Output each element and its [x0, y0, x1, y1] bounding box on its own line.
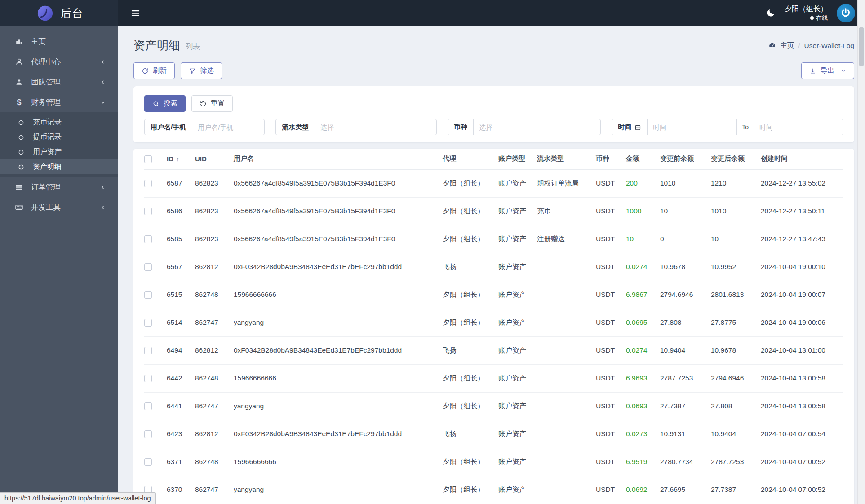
cell-currency: USDT: [596, 420, 626, 448]
cell-id: 6515: [167, 281, 195, 309]
circle-icon: [18, 149, 24, 155]
column-header-id[interactable]: ID↑: [167, 149, 195, 169]
table-row: 6441862747yangyang夕阳（组长）账户资产USDT0.069327…: [144, 392, 843, 420]
cell-uid: 862823: [195, 169, 234, 197]
export-button[interactable]: 导出: [801, 62, 854, 79]
sidebar-item-label: 财务管理: [31, 97, 100, 107]
app-window: 后台 主页代理中心团队管理$财务管理充币记录提币记录用户资产资产明细订单管理开发…: [0, 0, 857, 504]
search-button-label: 搜索: [164, 99, 177, 108]
cell-amount: 6.9693: [626, 364, 660, 392]
sidebar-item-finance-management[interactable]: $财务管理: [0, 92, 118, 112]
column-header-label: 金额: [626, 155, 639, 162]
row-checkbox[interactable]: [144, 458, 152, 466]
flow-type-filter-label: 流水类型: [276, 119, 315, 135]
cell-created-at: 2024-10-04 19:00:06: [761, 309, 843, 336]
sidebar-item-agent-center[interactable]: 代理中心: [0, 52, 118, 72]
cell-agent: 夕阳（组长）: [443, 364, 498, 392]
sidebar-toggle-hamburger-icon[interactable]: [130, 8, 141, 18]
row-checkbox-cell: [144, 392, 167, 420]
sidebar-item-label: 提币记录: [33, 133, 62, 142]
app-title: 后台: [60, 6, 84, 21]
table-row: 64948628120xF0342B28d0bA9B34843EeEd31E7b…: [144, 336, 843, 364]
app-logo[interactable]: 后台: [0, 0, 118, 26]
cell-balance-before: 0: [660, 225, 711, 253]
time-end-input[interactable]: [754, 119, 843, 135]
cell-created-at: 2024-10-04 07:00:52: [761, 476, 843, 504]
cell-balance-after: 2801.6813: [711, 281, 761, 309]
column-header-label: 创建时间: [761, 155, 788, 162]
chevron-down-icon: [840, 68, 846, 74]
sidebar-item-team-management[interactable]: 团队管理: [0, 72, 118, 92]
cell-id: 6423: [167, 420, 195, 448]
cell-agent: 夕阳（组长）: [443, 225, 498, 253]
row-checkbox-cell: [144, 225, 167, 253]
sidebar-item-withdraw-records[interactable]: 提币记录: [0, 130, 118, 145]
row-checkbox[interactable]: [144, 291, 152, 299]
row-checkbox[interactable]: [144, 235, 152, 243]
cell-id: 6514: [167, 309, 195, 336]
cell-username: yangyang: [234, 392, 443, 420]
sidebar-item-user-assets[interactable]: 用户资产: [0, 145, 118, 159]
cell-username: 15966666666: [234, 281, 443, 309]
cell-created-at: 2024-10-04 07:00:52: [761, 448, 843, 476]
cell-account-type: 账户资产: [498, 336, 537, 364]
row-checkbox[interactable]: [144, 347, 152, 354]
cell-uid: 862812: [195, 420, 234, 448]
vertical-scrollbar[interactable]: [857, 0, 865, 504]
username-input[interactable]: [192, 119, 264, 135]
cell-agent: 夕阳（组长）: [443, 476, 498, 504]
download-icon: [809, 67, 816, 75]
scrollbar-thumb[interactable]: [859, 27, 864, 66]
circle-icon: [18, 164, 24, 170]
cell-uid: 862748: [195, 448, 234, 476]
dollar-icon: $: [15, 98, 23, 106]
cell-account-type: 账户资产: [498, 281, 537, 309]
cell-uid: 862747: [195, 392, 234, 420]
row-checkbox[interactable]: [144, 263, 152, 271]
cell-balance-before: 27.7387: [660, 392, 711, 420]
cell-account-type: 账户资产: [498, 169, 537, 197]
filter-button[interactable]: 筛选: [181, 62, 222, 79]
flow-type-select[interactable]: [315, 119, 436, 135]
flow-type-filter-group: 流水类型: [275, 119, 437, 135]
sidebar-item-order-management[interactable]: 订单管理: [0, 177, 118, 197]
cell-uid: 862748: [195, 281, 234, 309]
username-filter-label: 用户名/手机: [145, 119, 192, 135]
row-checkbox[interactable]: [144, 319, 152, 327]
row-checkbox[interactable]: [144, 180, 152, 187]
topbar: 夕阳（组长） 在线: [118, 0, 862, 26]
select-all-checkbox[interactable]: [144, 155, 152, 163]
cell-balance-before: 10.9131: [660, 420, 711, 448]
filter-button-label: 筛选: [200, 66, 214, 75]
row-checkbox[interactable]: [144, 375, 152, 382]
search-button[interactable]: 搜索: [144, 95, 186, 112]
dark-mode-moon-icon[interactable]: [766, 8, 776, 18]
table-row: 6514862747yangyang夕阳（组长）账户资产USDT0.069527…: [144, 309, 843, 336]
cell-id: 6371: [167, 448, 195, 476]
sidebar-item-deposit-records[interactable]: 充币记录: [0, 115, 118, 130]
time-range-separator: To: [736, 119, 754, 135]
sidebar-item-dev-tools[interactable]: 开发工具: [0, 197, 118, 217]
sidebar-item-asset-details[interactable]: 资产明细: [0, 159, 118, 174]
sidebar-item-home[interactable]: 主页: [0, 31, 118, 52]
currency-select[interactable]: [474, 119, 600, 135]
cell-flow-type: [537, 364, 596, 392]
page-header: 资产明细 列表 主页 / User-Wallet-Log: [133, 38, 854, 53]
cell-username: yangyang: [234, 309, 443, 336]
refresh-button[interactable]: 刷新: [133, 62, 175, 79]
reset-button[interactable]: 重置: [191, 95, 233, 112]
cell-balance-after: 27.7387: [711, 476, 761, 504]
column-header-label: 代理: [443, 155, 456, 162]
cell-flow-type: [537, 253, 596, 281]
breadcrumb-home-link[interactable]: 主页: [780, 41, 794, 50]
logo-icon: [37, 5, 53, 22]
row-checkbox[interactable]: [144, 402, 152, 410]
cell-created-at: 2024-10-04 13:01:00: [761, 336, 843, 364]
cell-username: 0xF0342B28d0bA9B34843EeEd31E7bEFc297bb1d…: [234, 253, 443, 281]
row-checkbox[interactable]: [144, 430, 152, 438]
time-start-input[interactable]: [648, 119, 736, 135]
user-avatar[interactable]: [837, 4, 855, 22]
row-checkbox[interactable]: [144, 208, 152, 215]
cell-amount: 6.9519: [626, 448, 660, 476]
chevron-left-icon: [100, 79, 106, 85]
